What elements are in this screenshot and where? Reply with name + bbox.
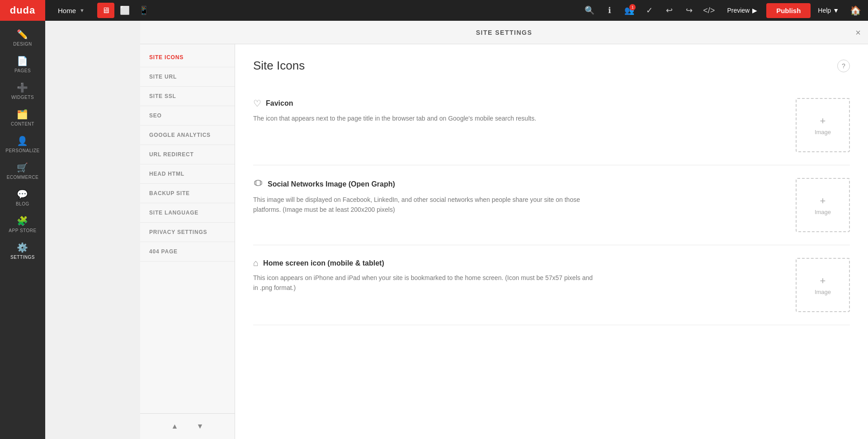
content-header: Site Icons ?	[253, 59, 850, 73]
section-title: Site Icons	[253, 59, 305, 73]
plus-icon: +	[820, 115, 826, 127]
sidebar-label-ecommerce: Ecommerce	[7, 175, 39, 180]
code-btn[interactable]: </>	[700, 1, 718, 19]
settings-nav-footer: ▲ ▼	[140, 413, 235, 439]
sidebar-item-appstore[interactable]: 🧩 App Store	[0, 211, 45, 238]
desktop-device-btn[interactable]: 🖥	[97, 3, 114, 18]
sidebar-item-ecommerce[interactable]: 🛒 Ecommerce	[0, 158, 45, 184]
settings-nav-google-analytics[interactable]: GOOGLE ANALYTICS	[140, 126, 235, 145]
sidebar-label-personalize: Personalize	[5, 148, 40, 153]
open-graph-header: Social Networks Image (Open Graph)	[253, 178, 778, 190]
sidebar-item-personalize[interactable]: 👤 Personalize	[0, 131, 45, 158]
settings-nav-backup-site[interactable]: BACKUP SITE	[140, 184, 235, 203]
widgets-icon: ➕	[17, 82, 28, 93]
home-screen-image-upload[interactable]: + Image	[796, 258, 850, 312]
device-switcher: 🖥 ⬜ 📱	[97, 3, 152, 18]
tablet-device-btn[interactable]: ⬜	[116, 3, 133, 18]
duda-logo[interactable]: duda	[0, 0, 45, 21]
sidebar-item-pages[interactable]: 📄 Pages	[0, 51, 45, 78]
open-graph-icon	[253, 178, 263, 190]
logo-text: duda	[10, 5, 36, 16]
settings-icon: ⚙️	[17, 242, 28, 253]
settings-nav-site-ssl[interactable]: SITE SSL	[140, 87, 235, 106]
favicon-name: Favicon	[266, 99, 293, 107]
ecommerce-icon: 🛒	[17, 162, 28, 173]
modal-header: SITE SETTINGS ×	[140, 21, 868, 44]
mobile-device-btn[interactable]: 📱	[135, 3, 152, 18]
left-sidebar: ✏️ Design 📄 Pages ➕ Widgets 🗂️ Content 👤…	[0, 21, 45, 439]
chevron-down-icon: ▼	[80, 8, 85, 13]
settings-nav-url-redirect[interactable]: URL REDIRECT	[140, 145, 235, 164]
sidebar-item-design[interactable]: ✏️ Design	[0, 24, 45, 51]
open-graph-desc: This image will be displayed on Facebook…	[253, 195, 597, 215]
modal-title: SITE SETTINGS	[476, 29, 533, 36]
open-graph-image-label: Image	[815, 209, 831, 215]
notification-btn[interactable]: 👥 1	[620, 1, 638, 19]
main-content-area: SITE SETTINGS × SITE ICONS SITE URL SITE…	[140, 21, 868, 439]
settings-nav-panel: SITE ICONS SITE URL SITE SSL SEO GOOGLE …	[140, 44, 235, 439]
open-graph-image-upload[interactable]: + Image	[796, 178, 850, 232]
help-chevron-icon: ▼	[833, 7, 839, 14]
content-icon: 🗂️	[17, 109, 28, 120]
sidebar-item-widgets[interactable]: ➕ Widgets	[0, 78, 45, 104]
modal-body: SITE ICONS SITE URL SITE SSL SEO GOOGLE …	[140, 44, 868, 439]
home-screen-header: ⌂ Home screen icon (mobile & tablet)	[253, 258, 778, 268]
help-circle-btn[interactable]: ?	[837, 60, 850, 72]
design-icon: ✏️	[17, 29, 28, 40]
publish-btn[interactable]: Publish	[766, 3, 811, 18]
blog-icon: 💬	[17, 189, 28, 200]
help-label: Help	[818, 7, 831, 14]
home-screen-section: ⌂ Home screen icon (mobile & tablet) Thi…	[253, 245, 850, 325]
favicon-header: ♡ Favicon	[253, 98, 778, 109]
settings-nav: SITE ICONS SITE URL SITE SSL SEO GOOGLE …	[140, 44, 235, 413]
undo-btn[interactable]: ↩	[660, 1, 678, 19]
nav-center: Home ▼ 🖥 ⬜ 📱	[45, 3, 580, 18]
page-selector[interactable]: Home ▼	[52, 4, 90, 17]
favicon-desc: The icon that appears next to the page t…	[253, 113, 597, 123]
settings-nav-next[interactable]: ▼	[193, 419, 208, 434]
settings-nav-privacy-settings[interactable]: PRIVACY SETTINGS	[140, 223, 235, 242]
settings-nav-head-html[interactable]: HEAD HTML	[140, 164, 235, 184]
sidebar-label-design: Design	[13, 42, 32, 47]
close-button[interactable]: ×	[855, 27, 861, 37]
redo-btn[interactable]: ↪	[680, 1, 698, 19]
appstore-icon: 🧩	[17, 215, 28, 226]
home-screen-image-label: Image	[815, 289, 831, 295]
sidebar-label-widgets: Widgets	[11, 95, 34, 100]
sidebar-label-blog: Blog	[16, 201, 29, 206]
search-btn[interactable]: 🔍	[580, 1, 599, 19]
sidebar-label-content: Content	[11, 121, 34, 126]
notification-badge: 1	[629, 4, 636, 10]
settings-nav-site-icons[interactable]: SITE ICONS	[140, 48, 235, 67]
settings-nav-404-page[interactable]: 404 PAGE	[140, 242, 235, 262]
open-graph-info: Social Networks Image (Open Graph) This …	[253, 178, 796, 215]
preview-btn[interactable]: Preview ▶	[720, 4, 764, 17]
sidebar-item-settings[interactable]: ⚙️ Settings	[0, 238, 45, 264]
settings-nav-seo[interactable]: SEO	[140, 106, 235, 126]
top-navigation: duda Home ▼ 🖥 ⬜ 📱 🔍 ℹ 👥 1 ✓ ↩ ↪ </> Prev…	[0, 0, 868, 21]
settings-nav-site-language[interactable]: SITE LANGUAGE	[140, 203, 235, 223]
pages-icon: 📄	[17, 56, 28, 66]
plus-icon-hs: +	[820, 275, 826, 287]
preview-label: Preview	[727, 7, 750, 14]
home-screen-name: Home screen icon (mobile & tablet)	[263, 259, 384, 267]
home-btn[interactable]: 🏠	[846, 1, 864, 19]
settings-nav-prev[interactable]: ▲	[168, 419, 182, 434]
sidebar-label-pages: Pages	[14, 68, 31, 73]
check-btn[interactable]: ✓	[640, 1, 658, 19]
personalize-icon: 👤	[17, 135, 28, 146]
sidebar-item-blog[interactable]: 💬 Blog	[0, 184, 45, 211]
help-btn[interactable]: Help ▼	[812, 4, 844, 17]
info-btn[interactable]: ℹ	[600, 1, 618, 19]
favicon-info: ♡ Favicon The icon that appears next to …	[253, 98, 796, 123]
sidebar-label-settings: Settings	[10, 255, 35, 260]
open-graph-section: Social Networks Image (Open Graph) This …	[253, 165, 850, 245]
favicon-image-upload[interactable]: + Image	[796, 98, 850, 152]
play-icon: ▶	[752, 7, 757, 14]
sidebar-item-content[interactable]: 🗂️ Content	[0, 104, 45, 131]
home-screen-info: ⌂ Home screen icon (mobile & tablet) Thi…	[253, 258, 796, 293]
settings-nav-site-url[interactable]: SITE URL	[140, 67, 235, 87]
home-screen-desc: This icon appears on iPhone and iPad whe…	[253, 273, 597, 293]
open-graph-name: Social Networks Image (Open Graph)	[268, 180, 395, 188]
favicon-icon: ♡	[253, 98, 261, 109]
